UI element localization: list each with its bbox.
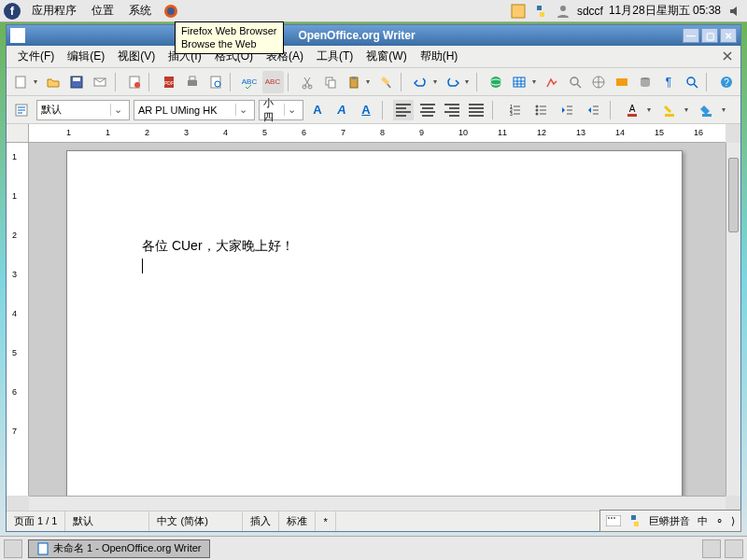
ime-python-icon[interactable] xyxy=(628,514,641,527)
close-button[interactable]: ✕ xyxy=(720,28,737,43)
table-button[interactable] xyxy=(509,71,530,93)
firefox-launcher[interactable] xyxy=(162,3,179,20)
ime-expand-icon[interactable]: ⟩ xyxy=(731,515,735,527)
gallery-button[interactable] xyxy=(611,71,632,93)
italic-button[interactable]: A xyxy=(331,100,352,120)
increase-indent-button[interactable] xyxy=(582,99,604,121)
horizontal-ruler[interactable]: 112345678910111213141516 xyxy=(29,124,726,143)
titlebar[interactable]: OpenOffice.org Writer — ▢ ✕ xyxy=(7,25,740,46)
menu-help[interactable]: 帮助(H) xyxy=(415,47,464,66)
nonprinting-button[interactable]: ¶ xyxy=(657,71,679,93)
bullets-button[interactable] xyxy=(529,99,552,121)
datasources-button[interactable] xyxy=(634,71,655,93)
menu-file[interactable]: 文件(F) xyxy=(12,47,60,66)
undo-dropdown[interactable]: ▾ xyxy=(433,77,441,86)
copy-button[interactable] xyxy=(320,71,342,93)
help-button[interactable]: ? xyxy=(715,71,737,93)
volume-icon[interactable] xyxy=(726,3,743,20)
scrollbar-thumb[interactable] xyxy=(728,158,739,232)
document-page[interactable]: 各位 CUer，大家晚上好！ xyxy=(66,150,683,496)
minimize-button[interactable]: — xyxy=(683,28,699,43)
show-desktop-button[interactable] xyxy=(4,539,22,558)
chevron-down-icon[interactable]: ⌄ xyxy=(284,104,299,116)
numbering-button[interactable]: 123 xyxy=(503,99,526,121)
status-insert-mode[interactable]: 插入 xyxy=(243,511,279,531)
bgcolor-button[interactable] xyxy=(696,99,718,121)
horizontal-scrollbar[interactable] xyxy=(29,496,726,511)
status-selection-mode[interactable]: 标准 xyxy=(279,511,316,531)
paragraph-style-combo[interactable]: 默认⌄ xyxy=(36,100,130,120)
undo-button[interactable] xyxy=(410,71,431,93)
menu-tools[interactable]: 工具(T) xyxy=(311,47,359,66)
align-left-button[interactable] xyxy=(393,100,414,120)
workspace-switcher[interactable] xyxy=(702,539,721,558)
spellcheck-button[interactable]: ABC xyxy=(239,71,261,93)
chevron-down-icon[interactable]: ⌄ xyxy=(235,104,250,116)
align-justify-button[interactable] xyxy=(466,100,486,120)
clock[interactable]: 11月28日星期五 05:38 xyxy=(609,3,721,19)
paste-dropdown[interactable]: ▾ xyxy=(366,77,374,86)
python-icon[interactable] xyxy=(532,3,549,20)
menu-window[interactable]: 视窗(W) xyxy=(360,47,412,66)
format-paintbrush-button[interactable] xyxy=(375,71,397,93)
align-right-button[interactable] xyxy=(442,100,462,120)
status-style[interactable]: 默认 xyxy=(65,511,149,531)
cut-button[interactable] xyxy=(297,71,318,93)
autospell-button[interactable]: ABC xyxy=(262,71,284,93)
save-button[interactable] xyxy=(66,71,88,93)
underline-button[interactable]: A xyxy=(356,100,376,120)
trash-icon[interactable] xyxy=(725,539,743,558)
highlight-button[interactable] xyxy=(658,99,681,121)
document-viewport[interactable]: 各位 CUer，大家晚上好！ xyxy=(29,143,726,496)
ime-lang[interactable]: 中 xyxy=(698,514,708,528)
fedora-logo[interactable]: f xyxy=(4,3,21,20)
fontcolor-dropdown[interactable]: ▾ xyxy=(647,105,655,114)
apps-menu[interactable]: 应用程序 xyxy=(28,3,80,19)
font-size-combo[interactable]: 小四⌄ xyxy=(259,100,303,120)
new-dropdown[interactable]: ▾ xyxy=(34,77,41,86)
places-menu[interactable]: 位置 xyxy=(88,3,118,19)
menubar-close-icon[interactable] xyxy=(722,50,735,63)
taskbar-writer[interactable]: 未命名 1 - OpenOffice.org Writer xyxy=(28,539,210,558)
bold-button[interactable]: A xyxy=(307,100,328,120)
user-icon[interactable] xyxy=(555,3,571,20)
highlight-dropdown[interactable]: ▾ xyxy=(684,105,692,114)
show-draw-button[interactable] xyxy=(541,71,562,93)
paste-button[interactable] xyxy=(344,71,365,93)
preview-button[interactable] xyxy=(204,71,226,93)
menu-edit[interactable]: 编辑(E) xyxy=(62,47,110,66)
font-color-button[interactable]: A xyxy=(621,99,643,121)
hyperlink-button[interactable] xyxy=(486,71,507,93)
bgcolor-dropdown[interactable]: ▾ xyxy=(722,105,729,114)
find-button[interactable] xyxy=(564,71,585,93)
decrease-indent-button[interactable] xyxy=(556,99,578,121)
status-language[interactable]: 中文 (简体) xyxy=(149,511,243,531)
status-modified[interactable]: * xyxy=(316,511,335,531)
chevron-down-icon[interactable]: ⌄ xyxy=(110,104,125,116)
ime-panel[interactable]: 巨蟒拼音 中 ⚬ ⟩ xyxy=(599,510,741,532)
vertical-scrollbar[interactable] xyxy=(726,143,740,496)
maximize-button[interactable]: ▢ xyxy=(701,28,718,43)
ime-more-icon[interactable]: ⚬ xyxy=(715,515,724,527)
system-menu[interactable]: 系统 xyxy=(125,3,155,19)
edit-doc-button[interactable] xyxy=(123,71,145,93)
document-text[interactable]: 各位 CUer，大家晚上好！ xyxy=(142,235,607,277)
align-center-button[interactable] xyxy=(417,100,438,120)
redo-button[interactable] xyxy=(442,71,463,93)
vertical-ruler[interactable]: 11234567 xyxy=(7,143,29,496)
open-button[interactable] xyxy=(43,71,64,93)
zoom-button[interactable] xyxy=(681,71,702,93)
styles-button[interactable] xyxy=(10,99,33,121)
new-button[interactable] xyxy=(10,71,32,93)
table-dropdown[interactable]: ▾ xyxy=(532,77,540,86)
ime-keyboard-icon[interactable] xyxy=(606,515,621,526)
font-name-combo[interactable]: AR PL UMing HK⌄ xyxy=(134,100,255,120)
email-button[interactable] xyxy=(90,71,111,93)
navigator-button[interactable] xyxy=(587,71,609,93)
username[interactable]: sdccf xyxy=(577,5,603,18)
pdf-button[interactable]: PDF xyxy=(158,71,179,93)
redo-dropdown[interactable]: ▾ xyxy=(465,77,472,86)
menu-view[interactable]: 视图(V) xyxy=(112,47,161,66)
note-icon[interactable] xyxy=(510,3,527,20)
status-page[interactable]: 页面 1 / 1 xyxy=(7,511,65,531)
